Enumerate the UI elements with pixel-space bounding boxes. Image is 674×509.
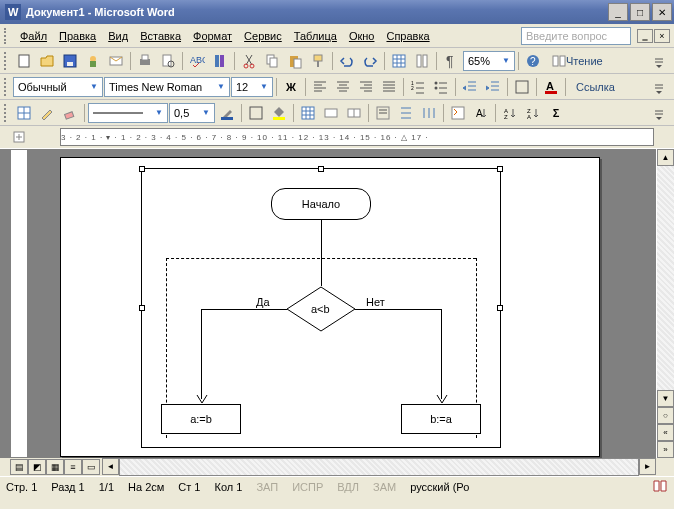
increase-indent-button[interactable] [482,76,504,98]
maximize-button[interactable]: □ [630,3,650,21]
flowchart-start[interactable]: Начало [271,188,371,220]
style-combo[interactable]: Обычный▼ [13,77,103,97]
menu-format[interactable]: Формат [187,28,238,44]
scroll-track[interactable] [657,166,674,390]
vertical-ruler[interactable] [10,149,28,458]
merge-cells-button[interactable] [320,102,342,124]
draw-pencil-button[interactable] [36,102,58,124]
horizontal-ruler[interactable]: 3 · 2 · 1 · ▾ · 1 · 2 · 3 · 4 · 5 · 6 · … [60,128,654,146]
scroll-up-button[interactable]: ▲ [657,149,674,166]
align-right-button[interactable] [355,76,377,98]
vertical-scrollbar[interactable]: ▲ ▼ ○ « » [656,149,674,458]
mdi-close-button[interactable]: × [654,29,670,43]
permission-button[interactable] [82,50,104,72]
help-button[interactable]: ? [522,50,544,72]
research-button[interactable] [209,50,231,72]
outline-view-button[interactable]: ≡ [64,459,82,475]
insert-table-button[interactable] [297,102,319,124]
shading-color-button[interactable] [268,102,290,124]
align-center-button[interactable] [332,76,354,98]
web-view-button[interactable]: ◩ [28,459,46,475]
new-doc-button[interactable] [13,50,35,72]
sort-desc-button[interactable]: ZA [522,102,544,124]
menu-edit[interactable]: Правка [53,28,102,44]
show-marks-button[interactable]: ¶ [440,50,462,72]
outside-border-button[interactable] [245,102,267,124]
copy-button[interactable] [261,50,283,72]
border-color-button[interactable] [216,102,238,124]
print-view-button[interactable]: ▦ [46,459,64,475]
menu-help[interactable]: Справка [380,28,435,44]
zoom-combo[interactable]: 65%▼ [463,51,515,71]
menu-file[interactable]: Файл [14,28,53,44]
split-cells-button[interactable] [343,102,365,124]
font-size-combo[interactable]: 12▼ [231,77,273,97]
numbered-list-button[interactable]: 12 [407,76,429,98]
justify-button[interactable] [378,76,400,98]
email-button[interactable] [105,50,127,72]
document-page[interactable]: Начало a<b Да Нет [60,157,600,457]
align-cell-button[interactable] [372,102,394,124]
scroll-left-button[interactable]: ◄ [102,458,119,475]
document-scroll[interactable]: Начало a<b Да Нет [30,149,656,458]
toolbar-options-button[interactable] [648,102,670,124]
minimize-button[interactable]: _ [608,3,628,21]
autoformat-button[interactable] [447,102,469,124]
distribute-rows-button[interactable] [395,102,417,124]
insert-table-button[interactable] [388,50,410,72]
mdi-minimize-button[interactable]: ‗ [637,29,653,43]
save-button[interactable] [59,50,81,72]
eraser-button[interactable] [59,102,81,124]
font-combo[interactable]: Times New Roman▼ [104,77,230,97]
draw-table-button[interactable] [13,102,35,124]
hyperlink-button[interactable]: Ссылка [569,76,622,98]
align-left-button[interactable] [309,76,331,98]
redo-button[interactable] [359,50,381,72]
menu-table[interactable]: Таблица [288,28,343,44]
borders-button[interactable] [511,76,533,98]
normal-view-button[interactable]: ▤ [10,459,28,475]
status-track[interactable]: ИСПР [292,481,323,493]
reading-layout-button[interactable]: Чтение [545,50,610,72]
status-ext[interactable]: ВДЛ [337,481,359,493]
reading-view-button[interactable]: ▭ [82,459,100,475]
flowchart-process-right[interactable]: b:=a [401,404,481,434]
print-button[interactable] [134,50,156,72]
decrease-indent-button[interactable] [459,76,481,98]
h-scroll-track[interactable] [119,458,639,476]
line-style-combo[interactable]: ▼ [88,103,168,123]
status-language[interactable]: русский (Ро [410,481,469,493]
status-rec[interactable]: ЗАП [256,481,278,493]
format-painter-button[interactable] [307,50,329,72]
help-search-input[interactable]: Введите вопрос [521,27,631,45]
menu-tools[interactable]: Сервис [238,28,288,44]
bullet-list-button[interactable] [430,76,452,98]
browse-object-button[interactable]: ○ [657,407,674,424]
distribute-cols-button[interactable] [418,102,440,124]
sort-asc-button[interactable]: AZ [499,102,521,124]
print-preview-button[interactable] [157,50,179,72]
font-color-button[interactable]: A [540,76,562,98]
menu-window[interactable]: Окно [343,28,381,44]
close-button[interactable]: ✕ [652,3,672,21]
flowchart-process-left[interactable]: a:=b [161,404,241,434]
paste-button[interactable] [284,50,306,72]
toolbar-options-button[interactable] [648,50,670,72]
columns-button[interactable] [411,50,433,72]
bold-button[interactable]: Ж [280,76,302,98]
prev-page-button[interactable]: « [657,424,674,441]
next-page-button[interactable]: » [657,441,674,458]
toolbar-options-button[interactable] [648,76,670,98]
spellcheck-button[interactable]: ABC [186,50,208,72]
status-ovr[interactable]: ЗАМ [373,481,396,493]
cut-button[interactable] [238,50,260,72]
scroll-down-button[interactable]: ▼ [657,390,674,407]
menu-insert[interactable]: Вставка [134,28,187,44]
menu-view[interactable]: Вид [102,28,134,44]
open-button[interactable] [36,50,58,72]
status-book-icon[interactable] [652,479,668,495]
scroll-right-button[interactable]: ► [639,458,656,475]
undo-button[interactable] [336,50,358,72]
line-weight-combo[interactable]: 0,5▼ [169,103,215,123]
text-direction-button[interactable]: A [470,102,492,124]
